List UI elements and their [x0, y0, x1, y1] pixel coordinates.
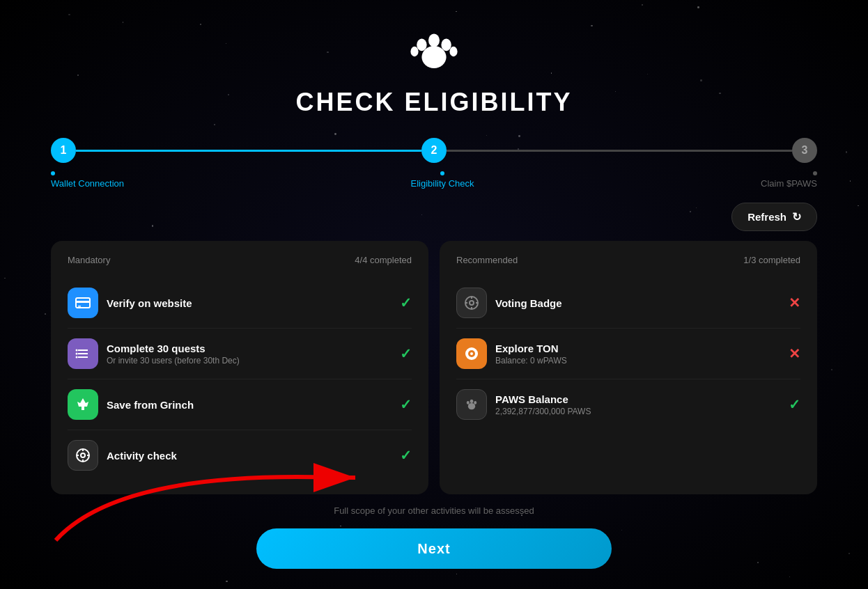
task-quests-sub: Or invite 30 users (before 30th Dec) — [107, 356, 392, 366]
task-paws-balance-name: PAWS Balance — [495, 393, 780, 405]
mandatory-label: Mandatory — [68, 255, 110, 265]
step-labels: Wallet Connection Eligibility Check Clai… — [51, 171, 817, 189]
svg-point-35 — [474, 401, 476, 405]
task-paws-balance-icon — [456, 389, 487, 420]
step-1-label-item: Wallet Connection — [51, 171, 124, 189]
task-grinch-name: Save from Grinch — [107, 399, 392, 411]
mandatory-card-header: Mandatory 4/4 completed — [68, 255, 412, 265]
svg-point-12 — [76, 350, 78, 352]
task-quests-info: Complete 30 quests Or invite 30 users (b… — [107, 343, 392, 366]
svg-point-33 — [470, 400, 474, 403]
page-title: CHECK ELIGIBILITY — [295, 88, 572, 117]
svg-point-2 — [417, 39, 426, 52]
cards-row: Mandatory 4/4 completed Verify on websit… — [51, 241, 817, 494]
svg-point-32 — [468, 403, 475, 409]
task-activity-icon — [68, 440, 98, 471]
step-bar: 1 2 3 — [51, 138, 817, 163]
task-verify-icon — [68, 288, 98, 318]
mandatory-progress: 4/4 completed — [355, 255, 412, 265]
svg-point-1 — [428, 33, 440, 47]
task-grinch-status: ✓ — [400, 396, 412, 413]
svg-point-31 — [470, 352, 473, 355]
task-activity: Activity check ✓ — [68, 430, 412, 480]
task-activity-name: Activity check — [107, 450, 392, 462]
task-paws-balance-info: PAWS Balance 2,392,877/300,000 PAWS — [495, 393, 780, 416]
step-3-circle: 3 — [792, 138, 817, 163]
task-ton-icon — [456, 338, 487, 369]
next-button[interactable]: Next — [256, 528, 612, 569]
step-line-1 — [76, 150, 421, 152]
svg-rect-8 — [78, 306, 81, 307]
top-actions: Refresh ↻ — [51, 203, 817, 231]
recommended-progress: 1/3 completed — [743, 255, 800, 265]
step-1-dot — [51, 171, 55, 175]
refresh-label: Refresh — [747, 211, 786, 223]
paw-logo — [406, 21, 462, 77]
svg-point-3 — [441, 39, 451, 52]
task-verify: Verify on website ✓ — [68, 278, 412, 329]
task-voting-name: Voting Badge — [495, 297, 780, 309]
step-line-2 — [447, 150, 792, 152]
svg-point-18 — [81, 453, 85, 457]
refresh-button[interactable]: Refresh ↻ — [731, 203, 817, 231]
task-quests-name: Complete 30 quests — [107, 343, 392, 354]
task-quests-icon — [68, 338, 98, 369]
step-2-label-item: Eligibility Check — [411, 171, 474, 189]
task-quests: Complete 30 quests Or invite 30 users (b… — [68, 329, 412, 379]
task-quests-status: ✓ — [400, 345, 412, 362]
svg-point-34 — [467, 401, 470, 405]
step-3-dot — [813, 171, 817, 175]
task-ton-status: ✕ — [789, 345, 800, 362]
task-verify-name: Verify on website — [107, 297, 392, 309]
task-voting-info: Voting Badge — [495, 297, 780, 309]
svg-point-24 — [470, 301, 474, 305]
task-verify-info: Verify on website — [107, 297, 392, 309]
task-ton-name: Explore TON — [495, 343, 780, 354]
refresh-icon: ↻ — [792, 210, 801, 223]
svg-point-4 — [410, 47, 418, 56]
task-voting-status: ✕ — [789, 294, 800, 311]
step-3-label: Claim $PAWS — [761, 178, 817, 189]
task-paws-balance-sub: 2,392,877/300,000 PAWS — [495, 407, 780, 416]
task-paws-balance: PAWS Balance 2,392,877/300,000 PAWS ✓ — [456, 379, 800, 430]
page-container: CHECK ELIGIBILITY 1 2 3 Wallet Connectio… — [0, 0, 868, 589]
step-1-label: Wallet Connection — [51, 178, 124, 189]
task-voting: Voting Badge ✕ — [456, 278, 800, 329]
step-2-label: Eligibility Check — [411, 178, 474, 189]
svg-rect-7 — [76, 301, 90, 303]
step-3-label-item: Claim $PAWS — [761, 171, 817, 189]
svg-point-5 — [449, 47, 457, 56]
task-activity-status: ✓ — [400, 447, 412, 464]
task-paws-balance-status: ✓ — [789, 396, 800, 413]
task-ton-info: Explore TON Balance: 0 wPAWS — [495, 343, 780, 366]
step-2-dot — [440, 171, 444, 175]
task-voting-icon — [456, 288, 487, 318]
recommended-card: Recommended 1/3 completed Voting — [440, 241, 817, 494]
bottom-note: Full scope of your other activities will… — [334, 505, 534, 516]
task-verify-status: ✓ — [400, 294, 412, 311]
task-ton-sub: Balance: 0 wPAWS — [495, 356, 780, 366]
svg-marker-15 — [77, 398, 88, 407]
task-activity-info: Activity check — [107, 450, 392, 462]
svg-rect-16 — [82, 407, 84, 410]
task-grinch: Save from Grinch ✓ — [68, 379, 412, 430]
svg-point-0 — [421, 46, 446, 68]
task-grinch-info: Save from Grinch — [107, 399, 392, 411]
recommended-label: Recommended — [456, 255, 518, 265]
step-2-circle: 2 — [421, 138, 447, 163]
task-grinch-icon — [68, 389, 98, 420]
step-1-circle: 1 — [51, 138, 76, 163]
recommended-card-header: Recommended 1/3 completed — [456, 255, 800, 265]
svg-point-13 — [76, 353, 78, 355]
task-ton: Explore TON Balance: 0 wPAWS ✕ — [456, 329, 800, 379]
mandatory-card: Mandatory 4/4 completed Verify on websit… — [51, 241, 428, 494]
svg-point-14 — [76, 356, 78, 359]
